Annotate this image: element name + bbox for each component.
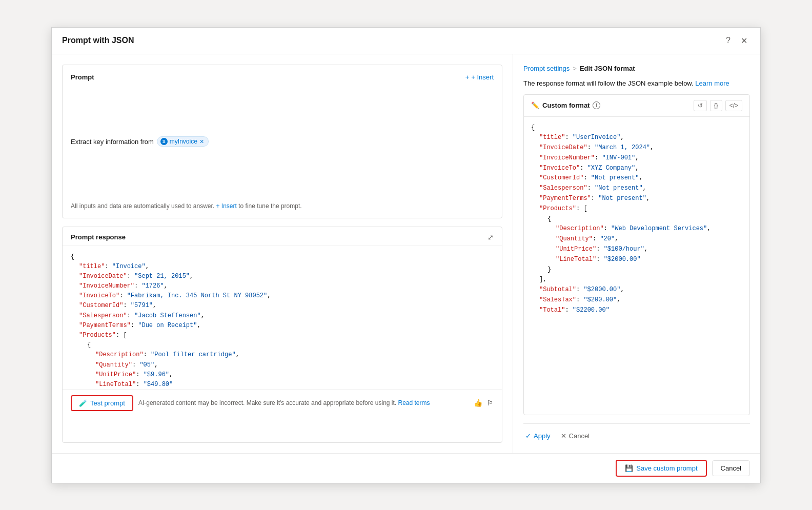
custom-format-title: ✏️ Custom format i <box>531 101 600 109</box>
disclaimer-text: AI-generated content may be incorrect. M… <box>138 399 469 406</box>
thumbs-up-button[interactable]: 👍 <box>474 399 482 407</box>
prompt-text-before: Extract key information from <box>71 138 154 146</box>
myinvoice-tag: S myInvoice ✕ <box>157 136 209 147</box>
format-actions: ↺ {} </> <box>694 100 742 111</box>
refresh-icon: ↺ <box>698 102 703 109</box>
help-button[interactable]: ? <box>723 35 733 46</box>
dialog-header: Prompt with JSON ? ✕ <box>52 28 760 54</box>
response-footer: 🧪 Test prompt AI-generated content may b… <box>63 390 502 416</box>
breadcrumb-separator: > <box>573 65 577 72</box>
prompt-section-header: Prompt + + Insert <box>71 73 494 81</box>
footer-icons: 👍 🏳 <box>474 399 494 407</box>
read-terms-link[interactable]: Read terms <box>398 399 430 406</box>
thumbs-down-button[interactable]: 🏳 <box>486 399 494 407</box>
test-prompt-icon: 🧪 <box>79 399 87 407</box>
plus-icon: + <box>465 73 470 81</box>
info-icon[interactable]: i <box>593 101 600 109</box>
panel-description: The response format will follow the JSON… <box>523 79 750 87</box>
insert-link[interactable]: + Insert <box>216 202 237 210</box>
apply-button[interactable]: ✓ Apply <box>523 429 553 443</box>
refresh-button[interactable]: ↺ <box>694 100 707 111</box>
code-icon: </> <box>729 102 738 109</box>
expand-button[interactable]: ⤢ <box>488 233 494 241</box>
prompt-section: Prompt + + Insert Extract key informatio… <box>62 65 502 218</box>
dialog-header-icons: ? ✕ <box>723 35 750 47</box>
tag-label: myInvoice <box>170 138 197 145</box>
prompt-content: Extract key information from S myInvoice… <box>71 87 494 196</box>
save-icon: 💾 <box>625 464 633 472</box>
json-editor: { "title": "UserInvoice", "InvoiceDate":… <box>524 117 749 312</box>
dialog-title: Prompt with JSON <box>62 36 134 45</box>
cancel-footer-label: Cancel <box>721 464 741 472</box>
save-label: Save custom prompt <box>636 464 697 472</box>
right-cancel-button[interactable]: ✕ Cancel <box>559 429 592 443</box>
right-panel-footer: ✓ Apply ✕ Cancel <box>523 423 750 443</box>
tag-close-button[interactable]: ✕ <box>199 139 204 145</box>
response-body: { "title": "Invoice", "InvoiceDate": "Se… <box>63 246 502 390</box>
test-prompt-label: Test prompt <box>90 399 125 407</box>
dialog: Prompt with JSON ? ✕ Prompt + + Insert <box>51 27 761 483</box>
breadcrumb-parent[interactable]: Prompt settings <box>523 65 570 72</box>
custom-format-box: ✏️ Custom format i ↺ {} </> <box>523 94 750 415</box>
format-pencil-icon: ✏️ <box>531 101 539 109</box>
prompt-label: Prompt <box>71 73 94 81</box>
left-panel: Prompt + + Insert Extract key informatio… <box>52 54 513 453</box>
cancel-x-icon: ✕ <box>561 432 566 440</box>
apply-label: Apply <box>534 432 551 440</box>
learn-more-link[interactable]: Learn more <box>695 79 729 87</box>
cancel-right-label: Cancel <box>569 432 590 440</box>
response-label: Prompt response <box>71 233 126 241</box>
test-prompt-button[interactable]: 🧪 Test prompt <box>71 395 133 411</box>
breadcrumb: Prompt settings > Edit JSON format <box>523 65 750 72</box>
response-section: Prompt response ⤢ { "title": "Invoice", … <box>62 227 502 443</box>
insert-button[interactable]: + + Insert <box>465 73 494 81</box>
save-custom-prompt-button[interactable]: 💾 Save custom prompt <box>616 460 706 477</box>
custom-format-header: ✏️ Custom format i ↺ {} </> <box>524 95 749 117</box>
dialog-footer: 💾 Save custom prompt Cancel <box>52 453 760 483</box>
code-button[interactable]: </> <box>725 100 742 111</box>
apply-check-icon: ✓ <box>525 432 531 440</box>
braces-icon: {} <box>714 102 718 109</box>
close-icon: ✕ <box>741 36 747 46</box>
breadcrumb-current: Edit JSON format <box>580 65 635 72</box>
response-header: Prompt response ⤢ <box>63 227 502 246</box>
help-icon: ? <box>726 36 730 45</box>
right-panel: Prompt settings > Edit JSON format The r… <box>513 54 760 453</box>
tag-icon: S <box>160 138 168 145</box>
dialog-body: Prompt + + Insert Extract key informatio… <box>52 54 760 453</box>
prompt-footer-text: All inputs and data are automatically us… <box>71 196 494 210</box>
cancel-footer-button[interactable]: Cancel <box>712 460 750 476</box>
braces-button[interactable]: {} <box>710 100 722 111</box>
close-button[interactable]: ✕ <box>738 35 750 47</box>
